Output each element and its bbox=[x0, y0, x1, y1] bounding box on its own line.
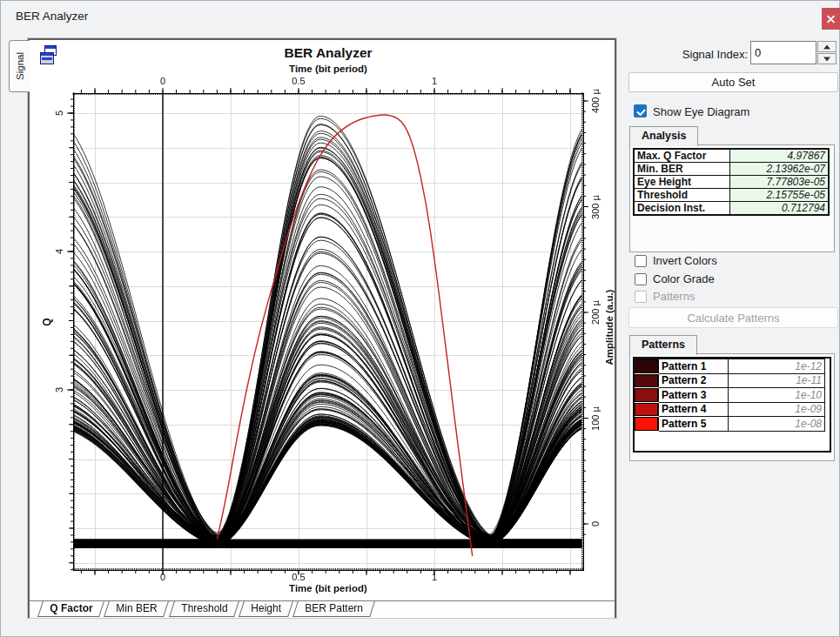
bottom-axis-title: Time (bit period) bbox=[289, 583, 367, 593]
tab-signal[interactable]: Signal bbox=[9, 40, 30, 92]
calculate-patterns-label: Calculate Patterns bbox=[687, 312, 779, 325]
tab-patterns[interactable]: Patterns bbox=[629, 335, 697, 355]
graph-windows-icon[interactable] bbox=[40, 45, 57, 68]
analysis-row: Max. Q Factor4.97867 bbox=[634, 149, 829, 163]
spin-up-icon[interactable] bbox=[817, 41, 837, 52]
invert-colors-label: Invert Colors bbox=[653, 254, 717, 267]
top-axis-title: Time (bit period) bbox=[289, 64, 367, 74]
tab-ber-pattern[interactable]: BER Pattern bbox=[292, 601, 375, 617]
pattern-label: Pattern 3 bbox=[659, 388, 729, 403]
tab-analysis-label: Analysis bbox=[642, 130, 686, 142]
close-icon[interactable] bbox=[822, 8, 840, 30]
pattern-value: 1e-08 bbox=[729, 417, 825, 432]
tab-min-ber[interactable]: Min BER bbox=[104, 601, 169, 617]
patterns-table: Pattern 11e-12Pattern 21e-11Pattern 31e-… bbox=[635, 359, 825, 432]
pattern-row: Pattern 51e-08 bbox=[635, 417, 825, 432]
patterns-label: Patterns bbox=[653, 290, 695, 303]
analysis-value: 7.77803e-05 bbox=[730, 176, 830, 189]
sheet-tab-label: Threshold bbox=[172, 601, 236, 615]
color-grade-label: Color Grade bbox=[653, 272, 715, 285]
sheet-tab-label: Q Factor bbox=[41, 601, 101, 615]
analysis-label: Min. BER bbox=[634, 163, 730, 176]
tab-signal-label: Signal bbox=[15, 52, 25, 80]
pattern-label: Pattern 1 bbox=[659, 359, 729, 374]
tab-analysis[interactable]: Analysis bbox=[629, 126, 698, 146]
spin-down-icon[interactable] bbox=[817, 53, 837, 64]
analysis-box: Max. Q Factor4.97867Min. BER2.13962e-07E… bbox=[629, 144, 835, 252]
patterns-box: Pattern 11e-12Pattern 21e-11Pattern 31e-… bbox=[629, 353, 835, 461]
analysis-label: Eye Height bbox=[634, 176, 730, 189]
patterns-table-frame: Pattern 11e-12Pattern 21e-11Pattern 31e-… bbox=[633, 357, 831, 453]
analysis-value: 2.13962e-07 bbox=[730, 163, 830, 176]
pattern-row: Pattern 31e-10 bbox=[635, 388, 825, 403]
analysis-row: Eye Height7.77803e-05 bbox=[634, 176, 829, 189]
tab-height[interactable]: Height bbox=[239, 601, 293, 617]
analysis-row: Decision Inst.0.712794 bbox=[634, 202, 829, 216]
analysis-table: Max. Q Factor4.97867Min. BER2.13962e-07E… bbox=[633, 148, 830, 216]
show-eye-diagram-label: Show Eye Diagram bbox=[653, 105, 749, 118]
analysis-value: 0.712794 bbox=[730, 202, 830, 216]
signal-index-input[interactable] bbox=[750, 41, 816, 64]
patterns-checkbox bbox=[635, 291, 647, 303]
pattern-color-swatch bbox=[635, 417, 659, 432]
pattern-label: Pattern 5 bbox=[659, 417, 729, 432]
left-axis-title: Q bbox=[41, 318, 53, 325]
eye-diagram-plot[interactable] bbox=[37, 83, 611, 598]
pattern-color-swatch bbox=[635, 359, 659, 374]
analysis-row: Min. BER2.13962e-07 bbox=[634, 163, 829, 176]
pattern-value: 1e-10 bbox=[729, 388, 825, 403]
analysis-label: Max. Q Factor bbox=[634, 149, 730, 163]
analysis-label: Decision Inst. bbox=[634, 202, 730, 216]
tab-q-factor[interactable]: Q Factor bbox=[37, 601, 104, 617]
chart-title: BER Analyzer bbox=[284, 45, 372, 61]
sheet-tab-label: Min BER bbox=[108, 601, 166, 615]
pattern-value: 1e-12 bbox=[729, 359, 825, 374]
analysis-row: Threshold2.15755e-05 bbox=[634, 189, 829, 202]
signal-index-label: Signal Index: bbox=[662, 48, 748, 61]
pattern-color-swatch bbox=[635, 402, 659, 417]
analysis-label: Threshold bbox=[634, 189, 730, 202]
pattern-row: Pattern 41e-09 bbox=[635, 402, 825, 417]
sheet-tab-label: BER Pattern bbox=[296, 601, 372, 615]
pattern-color-swatch bbox=[635, 373, 659, 388]
window-title: BER Analyzer bbox=[16, 10, 88, 23]
pattern-color-swatch bbox=[635, 388, 659, 403]
calculate-patterns-button: Calculate Patterns bbox=[628, 307, 838, 328]
signal-index-stepper bbox=[817, 41, 837, 64]
pattern-value: 1e-09 bbox=[729, 402, 825, 417]
auto-set-label: Auto Set bbox=[712, 76, 756, 89]
analysis-value: 2.15755e-05 bbox=[730, 189, 830, 202]
pattern-value: 1e-11 bbox=[729, 373, 825, 388]
pattern-label: Pattern 4 bbox=[659, 402, 729, 417]
show-eye-diagram-checkbox[interactable] bbox=[634, 104, 647, 117]
analysis-value: 4.97867 bbox=[730, 149, 830, 163]
pattern-row: Pattern 11e-12 bbox=[635, 359, 825, 374]
invert-colors-checkbox[interactable] bbox=[635, 255, 647, 267]
sheet-tab-label: Height bbox=[242, 601, 290, 615]
right-axis-title: Amplitude (a.u.) bbox=[604, 290, 615, 365]
chart-panel: BER Analyzer Time (bit period) 000.50.51… bbox=[28, 38, 616, 618]
tab-threshold[interactable]: Threshold bbox=[169, 601, 239, 617]
auto-set-button[interactable]: Auto Set bbox=[628, 72, 838, 92]
bottom-tabstrip: Q FactorMin BERThresholdHeightBER Patter… bbox=[30, 600, 615, 618]
tab-patterns-label: Patterns bbox=[642, 339, 685, 351]
pattern-label: Pattern 2 bbox=[659, 373, 729, 388]
color-grade-checkbox[interactable] bbox=[635, 273, 647, 285]
pattern-row: Pattern 21e-11 bbox=[635, 373, 825, 388]
